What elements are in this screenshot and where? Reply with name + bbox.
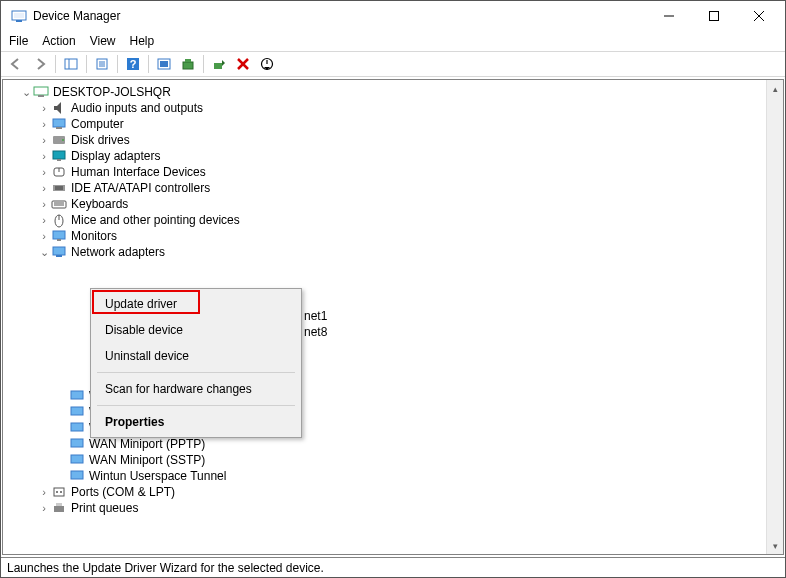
keyboard-icon xyxy=(51,196,67,212)
minimize-button[interactable] xyxy=(646,2,691,30)
chevron-down-icon[interactable]: ⌄ xyxy=(19,84,33,100)
tree-category[interactable]: ›Print queues xyxy=(7,500,783,516)
computer-icon xyxy=(33,84,49,100)
scroll-up-button[interactable]: ▴ xyxy=(767,80,783,97)
chevron-down-icon[interactable]: ⌄ xyxy=(37,244,51,260)
scroll-down-button[interactable]: ▾ xyxy=(767,537,783,554)
svg-rect-16 xyxy=(160,61,168,67)
svg-rect-42 xyxy=(53,247,65,255)
ctx-separator xyxy=(97,405,295,406)
mouse-icon xyxy=(51,212,67,228)
svg-rect-48 xyxy=(71,455,83,463)
computer-category-icon xyxy=(51,116,67,132)
tree-category[interactable]: ›Keyboards xyxy=(7,196,783,212)
tree-category[interactable]: ›Display adapters xyxy=(7,148,783,164)
menu-action[interactable]: Action xyxy=(42,34,75,48)
svg-point-52 xyxy=(60,491,62,493)
ports-icon xyxy=(51,484,67,500)
svg-rect-30 xyxy=(57,159,61,161)
audio-icon xyxy=(51,100,67,116)
close-button[interactable] xyxy=(736,2,781,30)
show-hide-console-tree-button[interactable] xyxy=(60,53,82,75)
maximize-button[interactable] xyxy=(691,2,736,30)
menu-file[interactable]: File xyxy=(9,34,28,48)
scan-hardware-button[interactable] xyxy=(153,53,175,75)
svg-rect-53 xyxy=(54,506,64,512)
svg-point-51 xyxy=(56,491,58,493)
properties-button[interactable] xyxy=(91,53,113,75)
chevron-right-icon[interactable]: › xyxy=(37,196,51,212)
chevron-right-icon[interactable]: › xyxy=(37,500,51,516)
ctx-update-driver[interactable]: Update driver xyxy=(93,291,299,317)
network-adapter-icon xyxy=(69,468,85,484)
svg-rect-43 xyxy=(56,255,62,257)
chevron-right-icon[interactable]: › xyxy=(37,100,51,116)
partial-device-label: net1 xyxy=(304,308,327,324)
tree-category[interactable]: ›IDE ATA/ATAPI controllers xyxy=(7,180,783,196)
chevron-right-icon[interactable]: › xyxy=(37,212,51,228)
disable-device-button[interactable] xyxy=(256,53,278,75)
ctx-disable-device[interactable]: Disable device xyxy=(93,317,299,343)
status-text: Launches the Update Driver Wizard for th… xyxy=(7,561,324,575)
svg-rect-23 xyxy=(34,87,48,95)
titlebar: Device Manager xyxy=(1,1,785,31)
chevron-right-icon[interactable]: › xyxy=(37,228,51,244)
tree-category[interactable]: ›Ports (COM & LPT) xyxy=(7,484,783,500)
svg-point-28 xyxy=(62,139,64,141)
tree-category[interactable]: ›Computer xyxy=(7,116,783,132)
chevron-right-icon[interactable]: › xyxy=(37,164,51,180)
chevron-right-icon[interactable]: › xyxy=(37,484,51,500)
network-adapter-icon xyxy=(69,452,85,468)
menubar: File Action View Help xyxy=(1,31,785,51)
ctx-separator xyxy=(97,372,295,373)
back-button[interactable] xyxy=(5,53,27,75)
toolbar: ? xyxy=(1,51,785,77)
uninstall-device-button[interactable] xyxy=(232,53,254,75)
svg-rect-49 xyxy=(71,471,83,479)
svg-rect-54 xyxy=(56,503,62,506)
chevron-right-icon[interactable]: › xyxy=(37,148,51,164)
chevron-right-icon[interactable]: › xyxy=(37,132,51,148)
tree-device[interactable]: WAN Miniport (SSTP) xyxy=(7,452,783,468)
vertical-scrollbar[interactable]: ▴ ▾ xyxy=(766,80,783,554)
svg-rect-26 xyxy=(56,127,62,129)
svg-rect-25 xyxy=(53,119,65,127)
svg-rect-46 xyxy=(71,423,83,431)
tree-category[interactable]: ›Human Interface Devices xyxy=(7,164,783,180)
window-title: Device Manager xyxy=(33,9,646,23)
tree-category[interactable]: ›Mice and other pointing devices xyxy=(7,212,783,228)
tree-category[interactable]: ›Monitors xyxy=(7,228,783,244)
ctx-scan-hardware[interactable]: Scan for hardware changes xyxy=(93,376,299,402)
svg-rect-17 xyxy=(183,62,193,69)
update-driver-button[interactable] xyxy=(177,53,199,75)
tree-device[interactable]: WAN Miniport (PPTP) xyxy=(7,436,783,452)
context-menu: Update driver Disable device Uninstall d… xyxy=(90,288,302,438)
tree-root[interactable]: ⌄ DESKTOP-JOLSHQR xyxy=(7,84,783,100)
ctx-uninstall-device[interactable]: Uninstall device xyxy=(93,343,299,369)
chevron-right-icon[interactable]: › xyxy=(37,180,51,196)
svg-rect-50 xyxy=(54,488,64,496)
tree-root-label: DESKTOP-JOLSHQR xyxy=(53,84,171,100)
tree-device[interactable]: Wintun Userspace Tunnel xyxy=(7,468,783,484)
ide-icon xyxy=(51,180,67,196)
device-manager-window: Device Manager File Action View Help ? xyxy=(0,0,786,578)
enable-device-button[interactable] xyxy=(208,53,230,75)
tree-category-network[interactable]: ⌄Network adapters xyxy=(7,244,783,260)
chevron-right-icon[interactable]: › xyxy=(37,116,51,132)
svg-rect-34 xyxy=(55,186,63,190)
network-adapter-icon xyxy=(69,388,85,404)
menu-view[interactable]: View xyxy=(90,34,116,48)
tree-category[interactable]: ›Disk drives xyxy=(7,132,783,148)
svg-rect-2 xyxy=(16,20,22,22)
svg-rect-18 xyxy=(185,59,191,62)
statusbar: Launches the Update Driver Wizard for th… xyxy=(1,557,785,577)
tree-category[interactable]: ›Audio inputs and outputs xyxy=(7,100,783,116)
help-button[interactable]: ? xyxy=(122,53,144,75)
menu-help[interactable]: Help xyxy=(130,34,155,48)
forward-button[interactable] xyxy=(29,53,51,75)
ctx-properties[interactable]: Properties xyxy=(93,409,299,435)
disk-icon xyxy=(51,132,67,148)
svg-rect-29 xyxy=(53,151,65,159)
svg-rect-19 xyxy=(214,63,222,69)
app-icon xyxy=(11,8,27,24)
